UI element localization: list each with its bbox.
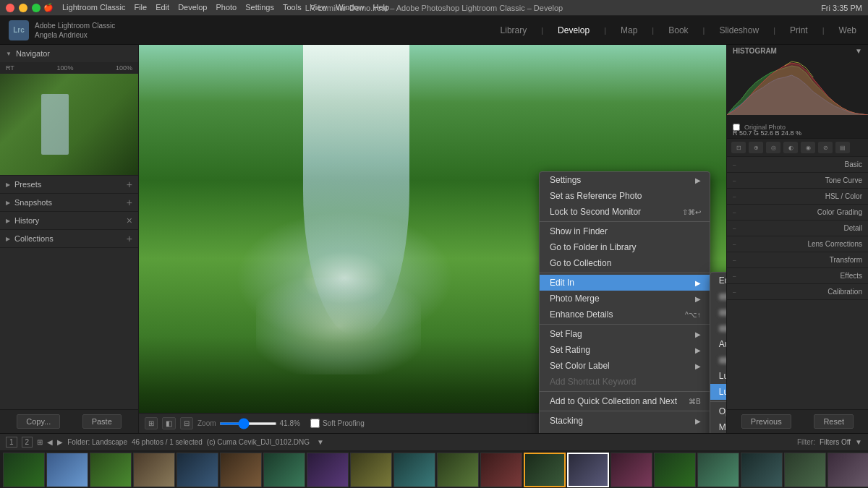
filmstrip-thumb-6[interactable] <box>220 453 262 487</box>
nav-develop[interactable]: Develop <box>555 24 592 37</box>
filmstrip-thumb-7[interactable] <box>263 453 305 487</box>
filmstrip-thumb-19[interactable] <box>784 453 826 487</box>
menu-enhance-details[interactable]: Enhance Details ^⌥↑ <box>540 307 710 322</box>
gradient-tool[interactable]: ◐ <box>783 142 798 153</box>
filmstrip-thumb-5[interactable] <box>176 453 218 487</box>
radial-tool[interactable]: ◉ <box>801 142 815 153</box>
compare-button[interactable]: ◧ <box>162 417 176 429</box>
reset-button[interactable]: Reset <box>814 414 854 429</box>
maximize-button[interactable] <box>32 4 41 12</box>
filmstrip-thumb-17[interactable] <box>697 453 739 487</box>
submenu-blurred-4[interactable] <box>710 352 726 368</box>
menu-set-reference[interactable]: Set as Reference Photo <box>540 188 710 204</box>
navigator-preview[interactable] <box>0 74 138 175</box>
filmstrip-thumb-13[interactable] <box>524 453 566 487</box>
menu-create-virtual[interactable]: Create Virtual Copy <box>540 429 710 433</box>
menu-edit[interactable]: Edit <box>156 3 169 12</box>
close-button[interactable] <box>6 4 14 12</box>
grid-view-button[interactable]: ⊞ <box>145 417 158 429</box>
filmstrip-thumb-4[interactable] <box>133 453 175 487</box>
nav-map[interactable]: Map <box>618 24 640 37</box>
filmstrip-thumb-18[interactable] <box>741 453 783 487</box>
snapshots-header[interactable]: ▶ Snapshots + <box>0 194 138 211</box>
lens-corrections-section-header[interactable]: – Lens Corrections <box>727 236 868 252</box>
filmstrip-thumb-16[interactable] <box>654 453 696 487</box>
nav-book[interactable]: Book <box>665 24 691 37</box>
menu-go-folder[interactable]: Go to Folder in Library <box>540 239 710 255</box>
page-indicator-1[interactable]: 1 <box>6 437 17 448</box>
submenu-luminar4[interactable]: Luminar 4... <box>710 368 726 384</box>
range-tool[interactable]: ▤ <box>835 142 850 153</box>
menu-lightroom[interactable]: Lightroom Classic <box>62 3 125 12</box>
crop-tool[interactable]: ⊡ <box>731 142 746 153</box>
menu-tools[interactable]: Tools <box>283 3 302 12</box>
zoom-slider[interactable] <box>219 422 277 425</box>
collections-add-button[interactable]: + <box>127 233 132 244</box>
calibration-section-header[interactable]: – Calibration <box>727 284 868 300</box>
effects-section-header[interactable]: – Effects <box>727 268 868 284</box>
nav-web[interactable]: Web <box>836 24 859 37</box>
survey-button[interactable]: ⊟ <box>180 417 193 429</box>
expand-icon[interactable]: ▼ <box>317 438 324 446</box>
brush-tool[interactable]: ⊘ <box>818 142 833 153</box>
zoom-100[interactable]: 100% <box>56 64 73 72</box>
hsl-section-header[interactable]: – HSL / Color <box>727 189 868 205</box>
navigator-header[interactable]: ▼ Navigator <box>0 45 138 62</box>
submenu-blurred-3[interactable] <box>710 320 726 336</box>
filmstrip-thumb-11[interactable] <box>437 453 479 487</box>
next-nav-button[interactable]: ▶ <box>57 438 63 446</box>
tone-curve-section-header[interactable]: – Tone Curve <box>727 173 868 189</box>
filmstrip-thumb-2[interactable] <box>46 453 88 487</box>
presets-header[interactable]: ▶ Presets + <box>0 176 138 193</box>
prev-nav-button[interactable]: ◀ <box>47 438 53 446</box>
histogram-collapse[interactable]: ▼ <box>855 47 862 55</box>
history-close-button[interactable]: × <box>127 215 132 226</box>
menu-edit-in[interactable]: Edit In ▶ Edit in Adobe Photoshop 2021..… <box>540 275 710 291</box>
menu-apple[interactable]: 🍎 <box>43 3 54 12</box>
menu-photo[interactable]: Photo <box>216 3 237 12</box>
nav-print[interactable]: Print <box>787 24 811 37</box>
window-controls[interactable] <box>6 4 41 12</box>
detail-section-header[interactable]: – Detail <box>727 221 868 236</box>
soft-proof-area[interactable]: Soft Proofing <box>310 419 365 428</box>
redeye-tool[interactable]: ◎ <box>766 142 780 153</box>
menu-show-finder[interactable]: Show in Finder <box>540 223 710 239</box>
grid-layout-button[interactable]: ⊞ <box>37 438 43 446</box>
menu-lock-monitor[interactable]: Lock to Second Monitor ⇧⌘↩ <box>540 204 710 220</box>
nav-slideshow[interactable]: Slideshow <box>716 24 762 37</box>
heal-tool[interactable]: ⊕ <box>749 142 763 153</box>
submenu-smart-object[interactable]: Open as Smart Object in Photoshop... <box>710 403 726 419</box>
transform-section-header[interactable]: – Transform <box>727 252 868 268</box>
collections-header[interactable]: ▶ Collections + <box>0 230 138 247</box>
filmstrip-thumb-3[interactable] <box>90 453 132 487</box>
filter-chevron[interactable]: ▼ <box>855 438 862 446</box>
filmstrip-thumb-1[interactable] <box>3 453 45 487</box>
zoom-rt[interactable]: RT <box>6 64 14 72</box>
menu-quick-collection[interactable]: Add to Quick Collection and Next ⌘B <box>540 393 710 409</box>
history-header[interactable]: ▶ History × <box>0 212 138 229</box>
submenu-luminar-ai[interactable]: Luminar AI... <box>710 384 726 400</box>
menu-settings[interactable]: Settings <box>245 3 274 12</box>
filmstrip-thumb-20[interactable] <box>827 453 868 487</box>
submenu-blurred-1[interactable] <box>710 288 726 304</box>
filmstrip-thumb-8[interactable] <box>307 453 349 487</box>
presets-add-button[interactable]: + <box>127 179 132 190</box>
menu-set-rating[interactable]: Set Rating ▶ <box>540 342 710 358</box>
filmstrip-thumb-12[interactable] <box>480 453 522 487</box>
menu-go-collection[interactable]: Go to Collection <box>540 255 710 271</box>
submenu-blurred-2[interactable] <box>710 304 726 320</box>
submenu-merge-panorama[interactable]: Merge to Panorama in Photoshop... <box>710 419 726 433</box>
snapshots-add-button[interactable]: + <box>127 197 132 208</box>
nav-library[interactable]: Library <box>498 24 530 37</box>
page-indicator-2[interactable]: 2 <box>22 437 33 448</box>
filter-dropdown[interactable]: Filters Off <box>820 438 851 446</box>
menu-photo-merge[interactable]: Photo Merge ▶ <box>540 291 710 307</box>
menu-file[interactable]: File <box>134 3 147 12</box>
submenu-photoshop[interactable]: Edit in Adobe Photoshop 2021... <box>710 273 726 288</box>
filmstrip-thumb-10[interactable] <box>393 453 435 487</box>
menu-set-color-label[interactable]: Set Color Label ▶ <box>540 358 710 374</box>
zoom-fit[interactable]: 100% <box>116 64 132 72</box>
menu-develop[interactable]: Develop <box>178 3 207 12</box>
menu-set-flag[interactable]: Set Flag ▶ <box>540 326 710 342</box>
menu-stacking[interactable]: Stacking ▶ <box>540 413 710 429</box>
